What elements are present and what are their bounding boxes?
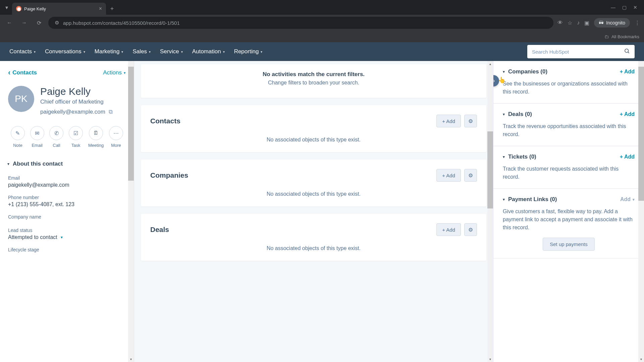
new-tab-button[interactable]: + <box>107 4 117 13</box>
all-bookmarks-link[interactable]: All Bookmarks <box>611 34 639 39</box>
browser-nav-bar: ← → ⟳ ⚙ app.hubspot.com/contacts/4510550… <box>0 15 644 31</box>
add-company-link[interactable]: + Add <box>620 69 635 75</box>
companies-header[interactable]: Companies (0) <box>503 68 547 75</box>
back-button[interactable]: ← <box>4 17 15 28</box>
phone-field-value[interactable]: +1 (213) 555-4087, ext. 123 <box>8 201 126 207</box>
companies-card-title: Companies <box>150 171 188 179</box>
close-window-button[interactable]: ✕ <box>633 5 637 10</box>
nav-sales[interactable]: Sales <box>132 48 151 55</box>
window-controls: — ▢ ✕ <box>611 5 641 10</box>
task-action[interactable]: ☑Task <box>69 126 83 148</box>
nav-marketing[interactable]: Marketing <box>95 48 123 55</box>
email-action[interactable]: ✉Email <box>30 126 44 148</box>
deals-empty-text: No associated objects of this type exist… <box>150 245 477 251</box>
tickets-header[interactable]: Tickets (0) <box>503 154 536 160</box>
call-action[interactable]: ✆Call <box>49 126 63 148</box>
browser-tab[interactable]: ⬤ Paige Kelly × <box>12 3 106 15</box>
nav-reporting[interactable]: Reporting <box>234 48 263 55</box>
app-header: ContactsConversationsMarketingSalesServi… <box>0 42 644 61</box>
back-to-contacts-link[interactable]: Contacts <box>8 68 37 77</box>
tab-list-dropdown[interactable]: ▾ <box>3 3 11 11</box>
activities-empty-title: No activities match the current filters. <box>148 71 480 78</box>
nav-contacts[interactable]: Contacts <box>9 48 36 55</box>
eye-off-icon[interactable]: 👁 <box>557 20 563 26</box>
left-panel: Contacts Actions PK Paige Kelly Chief of… <box>0 61 134 362</box>
contact-job-title: Chief officer of Marketing <box>40 99 113 105</box>
add-payment-dropdown[interactable]: Add <box>620 196 635 202</box>
companies-card: Companies + Add ⚙ No associated objects … <box>141 160 486 206</box>
more-icon: ⋯ <box>109 126 123 140</box>
deals-section: Deals (0) + Add Track the revenue opport… <box>493 104 644 146</box>
add-deals-button[interactable]: + Add <box>436 223 461 236</box>
bookmark-star-icon[interactable]: ☆ <box>568 20 572 26</box>
contact-name: Paige Kelly <box>40 86 113 97</box>
payments-header[interactable]: Payment Links (0) <box>503 196 557 203</box>
add-ticket-link[interactable]: + Add <box>620 154 635 160</box>
incognito-icon: 🕶 <box>599 20 603 25</box>
lifecycle-label: Lifecycle stage <box>8 247 126 252</box>
copy-icon[interactable]: ⧉ <box>109 109 113 115</box>
url-text: app.hubspot.com/contacts/45105500/record… <box>63 20 180 26</box>
call-icon: ✆ <box>49 126 63 140</box>
search-icon[interactable] <box>624 48 630 55</box>
contact-email: paigekelly@example.com ⧉ <box>40 109 113 115</box>
center-scrollbar[interactable]: ▴ ▾ <box>487 61 493 362</box>
right-scrollbar[interactable]: ▾ <box>638 61 644 362</box>
search-box[interactable] <box>527 45 635 58</box>
actions-dropdown[interactable]: Actions <box>103 69 126 76</box>
avatar: PK <box>8 86 34 112</box>
meeting-action[interactable]: 🗓Meeting <box>88 126 104 148</box>
deals-settings-button[interactable]: ⚙ <box>464 223 477 236</box>
reload-button[interactable]: ⟳ <box>34 17 44 28</box>
add-deal-link[interactable]: + Add <box>620 111 635 117</box>
side-panel-icon[interactable]: ▣ <box>584 20 589 26</box>
deals-card: Deals + Add ⚙ No associated objects of t… <box>141 214 486 261</box>
tickets-desc: Track the customer requests associated w… <box>503 165 635 181</box>
note-action[interactable]: ✎Note <box>11 126 25 148</box>
nav-conversations[interactable]: Conversations <box>45 48 85 55</box>
contacts-card-title: Contacts <box>150 117 180 125</box>
forward-button[interactable]: → <box>19 17 30 28</box>
folder-icon: 🗀 <box>604 34 609 39</box>
contacts-settings-button[interactable]: ⚙ <box>464 115 477 127</box>
payment-links-section: Payment Links (0) Add Give customers a f… <box>493 189 644 258</box>
tickets-section: Tickets (0) + Add Track the customer req… <box>493 146 644 189</box>
activities-empty-card: No activities match the current filters.… <box>141 64 486 98</box>
email-field-value[interactable]: paigekelly@example.com <box>8 182 126 188</box>
companies-settings-button[interactable]: ⚙ <box>464 169 477 182</box>
contacts-card: Contacts + Add ⚙ No associated objects o… <box>141 105 486 152</box>
url-bar[interactable]: ⚙ app.hubspot.com/contacts/45105500/reco… <box>48 17 553 29</box>
search-input[interactable] <box>532 49 624 55</box>
company-field-label: Company name <box>8 214 126 220</box>
meeting-icon: 🗓 <box>89 126 103 140</box>
media-control-icon[interactable]: ♪ <box>577 20 580 26</box>
companies-empty-text: No associated objects of this type exist… <box>150 191 477 197</box>
browser-menu-icon[interactable]: ⋮ <box>635 20 640 26</box>
close-icon[interactable]: × <box>99 6 102 12</box>
add-companies-button[interactable]: + Add <box>436 169 461 182</box>
browser-chrome: ▾ ⬤ Paige Kelly × + — ▢ ✕ ← → ⟳ ⚙ app.hu… <box>0 0 644 42</box>
add-contacts-button[interactable]: + Add <box>436 115 461 127</box>
maximize-button[interactable]: ▢ <box>622 5 627 10</box>
svg-point-0 <box>625 49 629 53</box>
nav-automation[interactable]: Automation <box>192 48 225 55</box>
lead-status-dropdown[interactable]: Attempted to contact <box>8 234 126 240</box>
incognito-badge[interactable]: 🕶 Incognito <box>594 18 630 27</box>
hubspot-favicon: ⬤ <box>16 6 21 11</box>
deals-desc: Track the revenue opportunities associat… <box>503 122 635 138</box>
companies-section: Companies (0) + Add See the businesses o… <box>493 61 644 104</box>
site-settings-icon[interactable]: ⚙ <box>54 20 60 26</box>
deals-header[interactable]: Deals (0) <box>503 111 532 118</box>
email-icon: ✉ <box>30 126 44 140</box>
tab-title: Paige Kelly <box>24 6 46 11</box>
left-scrollbar[interactable]: ▾ <box>128 61 134 362</box>
setup-payments-button[interactable]: Set up payments <box>543 238 595 251</box>
contacts-empty-text: No associated objects of this type exist… <box>150 137 477 143</box>
about-section-header[interactable]: About this contact <box>0 156 134 172</box>
activities-empty-subtitle: Change filters to broaden your search. <box>148 80 480 86</box>
more-action[interactable]: ⋯More <box>109 126 123 148</box>
minimize-button[interactable]: — <box>611 5 615 10</box>
nav-service[interactable]: Service <box>160 48 183 55</box>
bookmarks-bar: 🗀 All Bookmarks <box>0 31 644 42</box>
tab-bar: ▾ ⬤ Paige Kelly × + — ▢ ✕ <box>0 0 644 15</box>
